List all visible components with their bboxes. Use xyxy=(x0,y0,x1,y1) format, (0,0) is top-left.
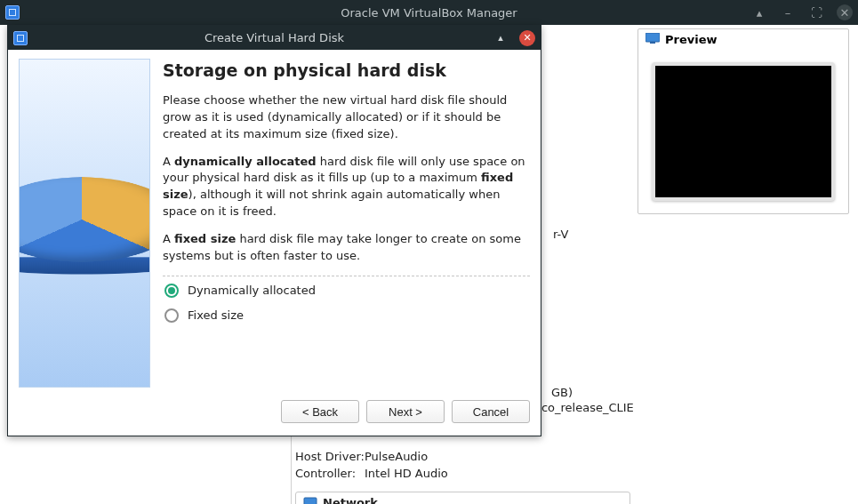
radio-dynamically-allocated[interactable]: Dynamically allocated xyxy=(164,284,530,298)
svg-rect-2 xyxy=(646,33,660,42)
network-icon xyxy=(303,496,317,504)
preview-card: Preview xyxy=(637,28,849,214)
svg-rect-3 xyxy=(650,42,655,44)
radio-fixed-label: Fixed size xyxy=(188,308,244,322)
audio-section-body: Host Driver: PulseAudio Controller: Inte… xyxy=(295,443,630,488)
network-section-title: Network xyxy=(323,496,378,504)
dialog-intro-text: Please choose whether the new virtual ha… xyxy=(163,92,530,143)
cancel-button[interactable]: Cancel xyxy=(452,400,530,423)
wizard-content: Storage on physical hard disk Please cho… xyxy=(163,59,530,389)
preview-header: Preview xyxy=(638,29,848,50)
network-section: Network xyxy=(295,492,630,504)
audio-controller-value: Intel HD Audio xyxy=(365,465,621,483)
dialog-body: Storage on physical hard disk Please cho… xyxy=(8,50,541,396)
monitor-icon xyxy=(646,33,660,46)
next-button[interactable]: Next > xyxy=(366,400,445,423)
main-window-title: Oracle VM VirtualBox Manager xyxy=(0,6,858,20)
radio-button-icon xyxy=(164,308,179,323)
audio-host-driver-value: PulseAudio xyxy=(365,448,621,466)
dialog-dynamic-text: A dynamically allocated hard disk file w… xyxy=(163,154,530,220)
audio-host-driver-label: Host Driver: xyxy=(295,448,365,466)
svg-rect-0 xyxy=(304,498,317,504)
preview-panel: Preview xyxy=(634,25,858,504)
network-section-header[interactable]: Network xyxy=(296,492,629,504)
dialog-titlebar[interactable]: Create Virtual Hard Disk ▴ ✕ xyxy=(8,26,541,50)
os-text-fragment: r-V xyxy=(553,228,568,241)
dialog-footer: < Back Next > Cancel xyxy=(8,396,541,436)
dialog-title: Create Virtual Hard Disk xyxy=(8,31,541,44)
dialog-fixed-text: A fixed size hard disk file may take lon… xyxy=(163,231,530,265)
radio-group-divider xyxy=(163,276,530,276)
create-virtual-hard-disk-dialog: Create Virtual Hard Disk ▴ ✕ Storage on … xyxy=(7,25,541,436)
dialog-heading: Storage on physical hard disk xyxy=(163,60,530,80)
main-titlebar: Oracle VM VirtualBox Manager ▴ – ⛶ ✕ xyxy=(0,0,858,25)
wizard-illustration xyxy=(19,59,150,388)
back-button[interactable]: < Back xyxy=(281,400,359,423)
radio-fixed-size[interactable]: Fixed size xyxy=(164,308,530,323)
preview-title: Preview xyxy=(665,33,718,46)
radio-dynamic-label: Dynamically allocated xyxy=(188,284,316,297)
radio-button-icon xyxy=(164,284,179,298)
audio-controller-label: Controller: xyxy=(295,465,365,483)
storage-size-fragment: GB) xyxy=(551,385,630,401)
preview-screen xyxy=(652,62,835,201)
